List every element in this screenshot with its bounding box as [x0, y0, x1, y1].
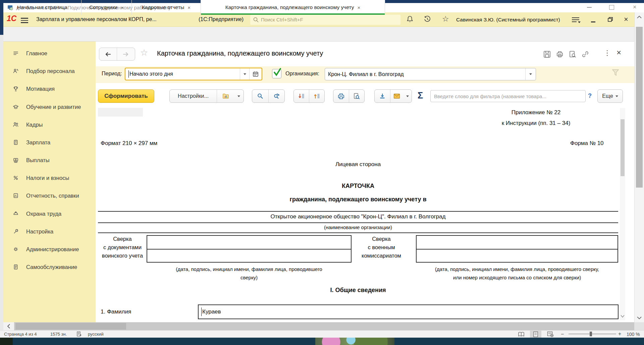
- main-menu-icon[interactable]: [21, 16, 28, 24]
- read-mode-button[interactable]: [516, 331, 527, 338]
- sidebar-item-recruiting[interactable]: Подбор персонала: [3, 65, 96, 77]
- sidebar-item-setup[interactable]: Настройка: [3, 226, 96, 237]
- help-button[interactable]: ?: [588, 92, 592, 99]
- scroll-left-icon: [7, 324, 11, 329]
- save-file-button[interactable]: [375, 90, 390, 102]
- background-horizontal-thumb[interactable]: [15, 323, 126, 330]
- sidebar-item-labor-safety[interactable]: Охрана труда: [3, 208, 96, 219]
- scroll-left-button[interactable]: [3, 322, 14, 330]
- toolbar-print-button[interactable]: [333, 90, 349, 102]
- zoom-in-button[interactable]: +: [618, 331, 621, 337]
- toolbar-preview-button[interactable]: [349, 90, 365, 102]
- sidebar-item-administration[interactable]: Администрирование: [3, 244, 96, 255]
- app-title: Зарплата и управление персоналом КОРП, р…: [36, 16, 157, 22]
- sort-asc-icon: [313, 93, 321, 99]
- more-menu-icon[interactable]: ⋮: [604, 49, 611, 57]
- sort-ascending-button[interactable]: [309, 90, 324, 102]
- back-button[interactable]: [99, 48, 117, 60]
- tools-menu-icon[interactable]: [571, 17, 581, 25]
- favorite-report-star-icon[interactable]: ☆: [140, 48, 148, 58]
- zoom-percentage[interactable]: 100 %: [627, 332, 640, 337]
- rdp-maximize-button[interactable]: [609, 5, 614, 10]
- period-calendar-button[interactable]: [249, 68, 262, 80]
- desktop-left-edge: [0, 3, 3, 35]
- settings-button[interactable]: Настройки...: [170, 90, 217, 102]
- proofing-icon[interactable]: [76, 331, 82, 338]
- tab-employees[interactable]: Сотрудники ×: [82, 0, 132, 15]
- sidebar-item-reporting[interactable]: Отчетность, справки: [3, 190, 96, 201]
- search-group: [252, 89, 285, 103]
- find-button[interactable]: [252, 90, 268, 102]
- print-layout-button[interactable]: [530, 331, 541, 338]
- zoom-slider-thumb[interactable]: [590, 332, 592, 336]
- tab-close-icon[interactable]: ×: [187, 5, 191, 10]
- tab-hr-reports[interactable]: Кадровые отчеты ×: [132, 0, 201, 15]
- zoom-slider-track[interactable]: [569, 334, 616, 334]
- sidebar-item-hr[interactable]: Кадры: [3, 119, 96, 130]
- generate-button[interactable]: Сформировать: [98, 89, 154, 103]
- app-close-button[interactable]: ×: [624, 15, 628, 24]
- scroll-down-icon[interactable]: [636, 316, 643, 322]
- sum-sigma-button[interactable]: Σ: [418, 90, 423, 101]
- app-minimize-button[interactable]: [591, 21, 595, 22]
- settings-dropdown-button[interactable]: [234, 90, 243, 102]
- global-search-field[interactable]: Поиск Ctrl+Shift+F: [250, 15, 400, 25]
- rdp-close-button[interactable]: ×: [633, 4, 637, 11]
- background-vertical-thumb[interactable]: [636, 27, 643, 188]
- period-value: Начало этого дня: [129, 71, 173, 77]
- doc-rule: [98, 232, 618, 233]
- favorites-star-icon[interactable]: ☆: [442, 14, 449, 23]
- sidebar-item-payments[interactable]: Выплаты: [3, 154, 96, 166]
- status-language[interactable]: русский: [88, 332, 104, 337]
- sidebar-item-main[interactable]: Главное: [3, 48, 96, 59]
- preview-icon: [353, 93, 360, 99]
- report-variants-button[interactable]: [217, 90, 234, 102]
- nav-group: [99, 48, 135, 61]
- document-scrollbar-thumb[interactable]: [621, 119, 625, 176]
- forward-button[interactable]: [117, 48, 135, 60]
- period-field[interactable]: Начало этого дня: [125, 68, 262, 80]
- status-char-count[interactable]: 1575 зн.: [50, 332, 67, 337]
- scroll-up-icon[interactable]: [636, 15, 643, 21]
- motivation-icon: [13, 86, 19, 92]
- sidebar-item-training[interactable]: Обучение и развитие: [3, 101, 96, 113]
- save-icon[interactable]: [543, 50, 551, 58]
- report-close-icon[interactable]: ×: [616, 48, 621, 57]
- sidebar-item-motivation[interactable]: Мотивация: [3, 83, 96, 94]
- print-preview-icon[interactable]: [568, 50, 577, 58]
- tab-home[interactable]: Начальная страница: [3, 0, 82, 15]
- mail-dropdown-button[interactable]: [404, 90, 412, 102]
- quick-filter-input[interactable]: [430, 90, 586, 102]
- notifications-bell-icon[interactable]: [406, 15, 414, 24]
- get-link-icon[interactable]: [581, 50, 590, 58]
- sidebar-item-self-service[interactable]: Самообслуживание: [3, 261, 96, 273]
- period-dropdown-button[interactable]: [240, 68, 249, 80]
- zoom-out-button[interactable]: −: [561, 331, 564, 337]
- current-user[interactable]: Савинская З.Ю. (Системный программист): [456, 17, 560, 23]
- organization-field[interactable]: Крон-Ц. Филиал в г. Волгоград: [325, 68, 536, 80]
- tab-close-icon[interactable]: ×: [358, 5, 361, 10]
- sort-group: [293, 89, 325, 103]
- find-next-button[interactable]: [269, 90, 285, 102]
- sort-descending-button[interactable]: [294, 90, 309, 102]
- 1c-logo[interactable]: 1С: [7, 14, 16, 23]
- document-scroll-down-icon[interactable]: [620, 314, 625, 320]
- organization-dropdown-button[interactable]: [525, 68, 536, 80]
- send-mail-button[interactable]: [390, 90, 404, 102]
- doc-left-check-box: [147, 235, 352, 263]
- app-restore-button[interactable]: [608, 17, 613, 23]
- doc-org-name: Открытое акционерное общество "Крон-Ц". …: [98, 213, 618, 220]
- sidebar-item-salary[interactable]: Зарплата: [3, 137, 96, 148]
- filter-funnel-icon[interactable]: [611, 68, 620, 78]
- tab-close-icon[interactable]: ×: [121, 5, 124, 10]
- sort-desc-icon: [298, 93, 305, 99]
- history-icon[interactable]: [423, 15, 431, 24]
- sidebar-item-taxes[interactable]: Налоги и взносы: [3, 172, 96, 184]
- more-button[interactable]: Еще: [597, 89, 623, 103]
- self-service-icon: [13, 264, 19, 270]
- web-layout-button[interactable]: [545, 331, 556, 338]
- status-page-count[interactable]: Страница 4 из 4: [4, 332, 37, 337]
- tab-military-card[interactable]: Карточка гражданина, подлежащего воинско…: [201, 0, 385, 15]
- print-icon[interactable]: [555, 50, 564, 58]
- rdp-minimize-button[interactable]: [587, 7, 592, 8]
